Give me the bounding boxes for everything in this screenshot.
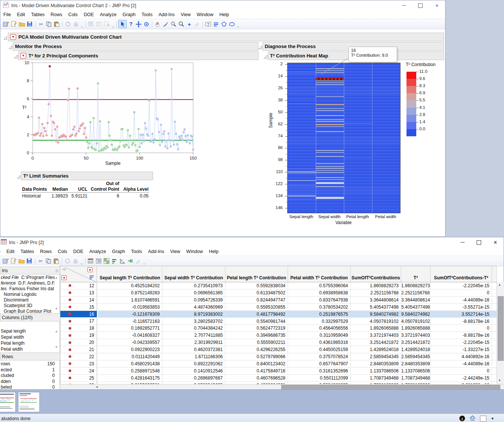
table-row[interactable]: 250.42816431750.26968976670.46076965280.… bbox=[60, 375, 497, 382]
table-cell[interactable]: 0.4817798492 bbox=[225, 311, 288, 318]
table-cell[interactable]: -2.22045e-15 bbox=[430, 282, 492, 289]
table-cell[interactable]: -8.88178e-16 bbox=[430, 332, 492, 339]
row-header[interactable]: 22 bbox=[60, 353, 97, 360]
table-cell[interactable]: 3.552714e-15 bbox=[430, 311, 492, 318]
table-row[interactable]: 141.61074865910.09547263390.82449477470.… bbox=[60, 297, 497, 304]
table-cell[interactable]: -2.22045e-15 bbox=[430, 339, 492, 346]
row-number[interactable]: 25 bbox=[71, 375, 97, 381]
table-cell[interactable]: 9.5840274982 bbox=[401, 311, 430, 318]
table-cell[interactable]: 0.1410912546 bbox=[162, 368, 225, 375]
table-cell[interactable]: 0.3949686735 bbox=[225, 332, 288, 339]
table-row[interactable]: 240.25889715480.14109125460.41758497160.… bbox=[60, 368, 497, 375]
row-header[interactable]: 13 bbox=[60, 289, 97, 297]
edit-script-icon[interactable] bbox=[134, 257, 142, 265]
new-script-icon[interactable] bbox=[10, 257, 18, 265]
table-cell[interactable]: 1.1337086506 bbox=[351, 368, 401, 375]
row-state-marker-icon[interactable] bbox=[68, 312, 71, 316]
scroll-left-icon[interactable]: ◂ bbox=[96, 385, 98, 389]
row-number[interactable]: 19 bbox=[71, 333, 97, 338]
table-cell[interactable]: 1.4289524018 bbox=[351, 346, 401, 353]
toolbar-overflow-chevron[interactable]: ⌄ bbox=[80, 262, 83, 266]
table-cell[interactable]: 1.8608829273 bbox=[351, 282, 401, 289]
table-row[interactable]: 120.45251842020.27354109730.55928380340.… bbox=[60, 282, 497, 289]
red-triangle-menu-icon[interactable] bbox=[10, 34, 16, 40]
dropdown-icon[interactable]: ▼ bbox=[491, 417, 494, 420]
row-number[interactable]: 14 bbox=[71, 297, 97, 303]
table-cell[interactable]: -3.55271e-15 bbox=[430, 304, 492, 311]
help-tool-icon[interactable]: ? bbox=[127, 20, 135, 28]
toolbar-overflow-chevron[interactable]: ⌄ bbox=[112, 25, 114, 29]
grid-column-header[interactable]: SumOfT²Contributions-T² bbox=[430, 266, 492, 282]
outline-root-header[interactable]: PCA Model Driven Multivariate Control Ch… bbox=[8, 33, 444, 41]
column-list-item[interactable]: Sepal width bbox=[1, 335, 55, 341]
row-header[interactable]: 23 bbox=[60, 360, 97, 368]
row-state-marker-icon[interactable] bbox=[69, 320, 71, 323]
row-state-marker-icon[interactable] bbox=[69, 334, 71, 337]
table-cell[interactable]: 2.2521156768 bbox=[401, 289, 430, 297]
table-cell[interactable]: 0.4175849716 bbox=[225, 368, 288, 375]
column-list-item[interactable]: Sepal length bbox=[1, 329, 55, 335]
close-button[interactable]: × bbox=[487, 237, 504, 247]
minimize-button[interactable] bbox=[454, 237, 471, 247]
copy-icon[interactable] bbox=[45, 20, 53, 28]
disclosure-icon[interactable] bbox=[9, 44, 12, 48]
paste-icon[interactable] bbox=[52, 257, 60, 265]
row-header[interactable]: 12 bbox=[60, 282, 97, 289]
menu-item[interactable]: Tools bbox=[128, 248, 145, 255]
horizontal-scrollbar[interactable]: ◂ bbox=[60, 384, 504, 390]
row-number[interactable]: 23 bbox=[71, 361, 97, 366]
table-row[interactable]: 230.45802914380.89222910620.84001234020.… bbox=[60, 360, 497, 368]
collapse-columns-icon[interactable]: ◁ bbox=[62, 267, 65, 271]
menu-item[interactable]: Analyze bbox=[86, 248, 109, 255]
table-cell[interactable]: -8.88178e-16 bbox=[430, 318, 492, 325]
new-journal-icon[interactable] bbox=[2, 20, 10, 28]
table-cell[interactable]: 4.4874360969 bbox=[162, 304, 225, 311]
table-cell[interactable]: 1.6711166306 bbox=[162, 353, 225, 360]
toolbar-overflow-chevron[interactable]: ⌄ bbox=[143, 262, 146, 266]
journal-icon[interactable] bbox=[64, 20, 72, 28]
crosshair-tool-icon[interactable]: + bbox=[185, 20, 193, 28]
table-cell[interactable]: 0.6577647907 bbox=[288, 360, 351, 368]
eraser-tool-icon[interactable] bbox=[193, 20, 201, 28]
window-thumbnail[interactable] bbox=[18, 392, 40, 412]
row-header[interactable]: 19 bbox=[60, 332, 97, 339]
data-grid[interactable]: ◁ Sepal length T² ContributionSepal widt… bbox=[60, 266, 497, 384]
disclosure-icon[interactable] bbox=[3, 35, 7, 38]
table-cell[interactable]: 0.1692852771 bbox=[98, 325, 162, 332]
table-cell[interactable]: 1.8926065888 bbox=[351, 325, 401, 332]
table-cell[interactable]: 0.8752149263 bbox=[98, 289, 162, 297]
grid-column-header[interactable]: Sepal width T² Contribution bbox=[162, 266, 225, 282]
row-header[interactable]: 18 bbox=[60, 325, 97, 332]
paste-icon[interactable] bbox=[53, 20, 61, 28]
row-state-marker-icon[interactable] bbox=[69, 369, 71, 372]
row-number[interactable]: 15 bbox=[71, 304, 97, 310]
data-table-icon[interactable] bbox=[87, 257, 95, 265]
table-cell[interactable]: 4.0507819102 bbox=[401, 318, 430, 325]
table-cell[interactable]: 3.2514421872 bbox=[401, 339, 430, 346]
table-cell[interactable]: -0.121678309 bbox=[98, 311, 162, 318]
row-number[interactable]: 12 bbox=[71, 283, 97, 288]
table-script-item[interactable]: Nominal Logistic bbox=[4, 292, 56, 297]
table-row[interactable]: 17-0.1165721633.28025837020.55409817440.… bbox=[60, 318, 497, 325]
table-cell[interactable]: 3.2514421872 bbox=[351, 339, 401, 346]
row-header[interactable]: 15 bbox=[60, 304, 97, 311]
row-header[interactable]: 25 bbox=[60, 375, 97, 382]
split-table-icon[interactable] bbox=[103, 257, 111, 265]
menu-item[interactable]: File bbox=[0, 11, 14, 18]
maximize-button[interactable] bbox=[412, 0, 429, 11]
save-icon[interactable] bbox=[26, 257, 33, 265]
table-cell[interactable]: 2.7077411885 bbox=[162, 332, 225, 339]
close-button[interactable]: × bbox=[429, 0, 445, 11]
row-header[interactable]: 24 bbox=[60, 368, 97, 375]
menu-item[interactable]: Window bbox=[194, 11, 216, 18]
new-script-icon[interactable] bbox=[10, 20, 18, 28]
table-cell[interactable]: -1.33227e-15 bbox=[430, 346, 492, 353]
row-number[interactable]: 20 bbox=[71, 340, 97, 345]
target-tool-icon[interactable] bbox=[142, 20, 150, 28]
table-script-item[interactable]: Scatterplot 3D bbox=[4, 303, 56, 309]
row-number[interactable]: 18 bbox=[71, 326, 97, 331]
menu-item[interactable]: Edit bbox=[3, 248, 18, 255]
row-header[interactable]: 20 bbox=[60, 339, 97, 346]
table-cell[interactable]: 0.6133487502 bbox=[225, 289, 288, 297]
menu-item[interactable]: Rows bbox=[48, 11, 65, 18]
